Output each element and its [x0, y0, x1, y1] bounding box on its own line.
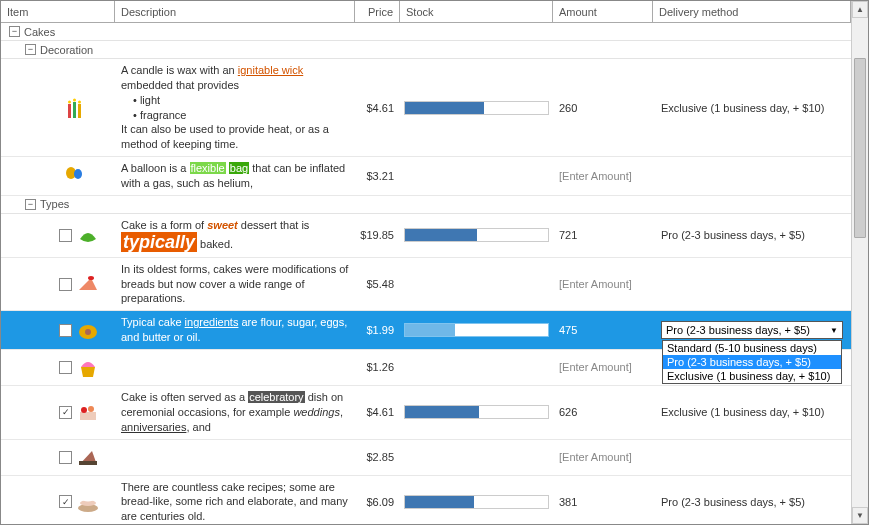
svg-point-7 [74, 169, 82, 179]
price-cell: $1.99 [355, 324, 400, 336]
description-cell: Cake is a form of sweet dessert that is … [115, 214, 355, 256]
fruit-cake-icon [76, 400, 100, 424]
stock-cell [400, 226, 553, 244]
amount-cell[interactable]: [Enter Amount] [553, 170, 653, 182]
table-row[interactable]: $2.85 [Enter Amount] [1, 440, 851, 476]
collapse-icon[interactable]: − [25, 199, 36, 210]
price-cell: $4.61 [355, 102, 400, 114]
amount-cell[interactable]: [Enter Amount] [553, 361, 653, 373]
vertical-scrollbar[interactable]: ▲ ▼ [851, 1, 868, 524]
col-stock[interactable]: Stock [400, 1, 553, 22]
row-checkbox[interactable]: ✓ [59, 406, 72, 419]
svg-point-3 [68, 100, 71, 103]
delivery-cell[interactable]: Pro (2-3 business days, + $5) [653, 496, 851, 508]
description-cell: Cake is often served as a celebratory di… [115, 386, 355, 439]
collapse-icon[interactable]: − [25, 44, 36, 55]
table-row[interactable]: A balloon is a flexible bag that can be … [1, 157, 851, 196]
price-cell: $6.09 [355, 496, 400, 508]
table-row-selected[interactable]: Typical cake ingredients are flour, suga… [1, 311, 851, 350]
table-row[interactable]: ✓ Cake is often served as a celebratory … [1, 386, 851, 440]
description-cell: There are countless cake recipes; some a… [115, 476, 355, 525]
svg-rect-14 [79, 461, 97, 465]
dropdown-option[interactable]: Standard (5-10 business days) [663, 341, 841, 355]
chevron-down-icon: ▼ [830, 326, 838, 335]
col-amount[interactable]: Amount [553, 1, 653, 22]
col-description[interactable]: Description [115, 1, 355, 22]
svg-point-4 [73, 98, 76, 101]
amount-cell[interactable]: 475 [553, 324, 653, 336]
svg-rect-2 [78, 104, 81, 118]
price-cell: $2.85 [355, 451, 400, 463]
svg-point-17 [82, 496, 94, 501]
delivery-dropdown: Standard (5-10 business days) Pro (2-3 b… [662, 340, 842, 384]
table-row[interactable]: In its oldest forms, cakes were modifica… [1, 258, 851, 312]
amount-cell[interactable]: [Enter Amount] [553, 451, 653, 463]
table-row[interactable]: A candle is wax with an ignitable wick e… [1, 59, 851, 157]
amount-cell[interactable]: 381 [553, 496, 653, 508]
description-cell: In its oldest forms, cakes were modifica… [115, 258, 355, 311]
ingredients-link[interactable]: ingredients [185, 316, 239, 328]
row-checkbox[interactable] [59, 451, 72, 464]
col-item[interactable]: Item [1, 1, 115, 22]
cake-slice-icon [76, 272, 100, 296]
description-cell: A candle is wax with an ignitable wick e… [115, 59, 355, 156]
row-checkbox[interactable] [59, 324, 72, 337]
svg-rect-0 [68, 104, 71, 118]
stock-cell [400, 321, 553, 339]
jelly-icon [76, 223, 100, 247]
scroll-up-button[interactable]: ▲ [852, 1, 868, 18]
cupcake-icon [76, 355, 100, 379]
data-grid: Item Description Price Stock Amount Deli… [1, 1, 851, 524]
group-types[interactable]: − Types [1, 196, 851, 214]
candles-icon [63, 96, 87, 120]
svg-point-12 [81, 407, 87, 413]
row-checkbox[interactable] [59, 361, 72, 374]
app-frame: Item Description Price Stock Amount Deli… [0, 0, 869, 525]
delivery-cell[interactable]: Exclusive (1 business day, + $10) [653, 102, 851, 114]
group-label: Types [40, 198, 69, 210]
stock-cell [400, 493, 553, 511]
choco-cake-icon [76, 445, 100, 469]
price-cell: $19.85 [355, 229, 400, 241]
column-header-row: Item Description Price Stock Amount Deli… [1, 1, 851, 23]
stock-cell [400, 99, 553, 117]
row-checkbox[interactable] [59, 278, 72, 291]
description-cell: A balloon is a flexible bag that can be … [115, 157, 355, 195]
svg-point-10 [85, 329, 91, 335]
group-decoration[interactable]: − Decoration [1, 41, 851, 59]
svg-point-13 [88, 406, 94, 412]
collapse-icon[interactable]: − [9, 26, 20, 37]
wick-link[interactable]: ignitable wick [238, 64, 303, 76]
description-cell: Typical cake ingredients are flour, suga… [115, 311, 355, 349]
col-price[interactable]: Price [355, 1, 400, 22]
svg-rect-11 [80, 412, 96, 420]
amount-cell[interactable]: 626 [553, 406, 653, 418]
amount-cell[interactable]: 721 [553, 229, 653, 241]
amount-cell[interactable]: [Enter Amount] [553, 278, 653, 290]
scroll-track[interactable] [852, 18, 868, 507]
price-cell: $3.21 [355, 170, 400, 182]
stock-cell [400, 403, 553, 421]
dropdown-option[interactable]: Pro (2-3 business days, + $5) [663, 355, 841, 369]
row-checkbox[interactable]: ✓ [59, 495, 72, 508]
amount-cell[interactable]: 260 [553, 102, 653, 114]
scroll-thumb[interactable] [854, 58, 866, 238]
svg-point-5 [78, 100, 81, 103]
price-cell: $4.61 [355, 406, 400, 418]
group-cakes[interactable]: − Cakes [1, 23, 851, 41]
table-row[interactable]: ✓ There are countless cake recipes; some… [1, 476, 851, 525]
balloons-icon [63, 164, 87, 188]
col-delivery[interactable]: Delivery method [653, 1, 851, 22]
row-checkbox[interactable] [59, 229, 72, 242]
price-cell: $5.48 [355, 278, 400, 290]
svg-point-8 [88, 276, 94, 280]
group-label: Decoration [40, 44, 93, 56]
layer-cake-icon [76, 490, 100, 514]
scroll-down-button[interactable]: ▼ [852, 507, 868, 524]
table-row[interactable]: Cake is a form of sweet dessert that is … [1, 214, 851, 258]
dropdown-option[interactable]: Exclusive (1 business day, + $10) [663, 369, 841, 383]
delivery-combobox[interactable]: Pro (2-3 business days, + $5)▼ Standard … [661, 321, 843, 339]
delivery-cell[interactable]: Exclusive (1 business day, + $10) [653, 406, 851, 418]
delivery-cell[interactable]: Pro (2-3 business days, + $5) [653, 229, 851, 241]
delivery-cell[interactable]: Pro (2-3 business days, + $5)▼ Standard … [653, 321, 851, 339]
